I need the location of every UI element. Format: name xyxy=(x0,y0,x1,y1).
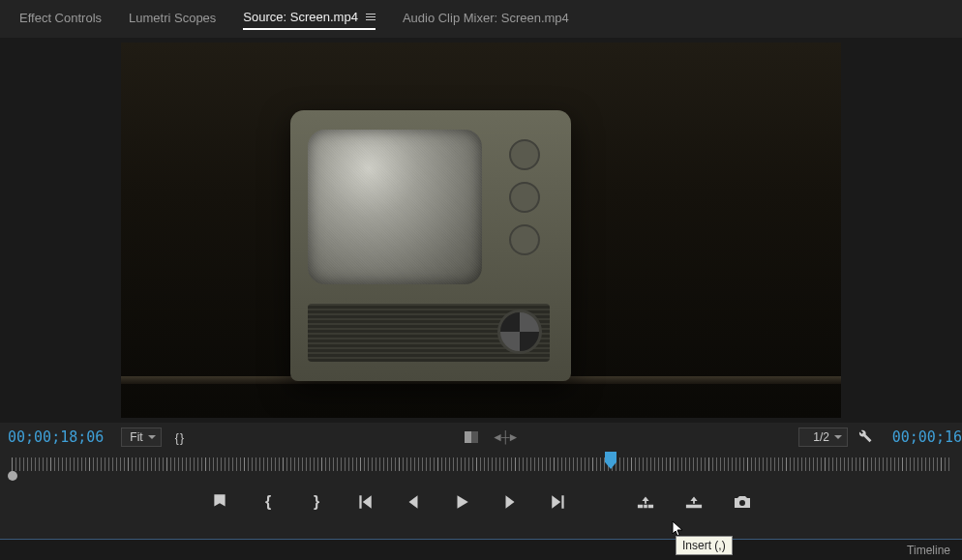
panel-menu-icon[interactable] xyxy=(366,14,376,20)
go-to-out-button[interactable] xyxy=(548,491,569,513)
go-to-in-button[interactable] xyxy=(354,491,376,513)
footer-timeline-label[interactable]: Timeline xyxy=(895,544,962,557)
scrollbar-handle-left[interactable] xyxy=(8,471,17,481)
monitor-control-bar: 00;00;18;06 Fit ◄┼► 1/2 00;00;16 xyxy=(0,423,962,452)
overwrite-button[interactable] xyxy=(683,491,705,513)
settings-wrench-icon[interactable] xyxy=(856,427,873,448)
resolution-select[interactable]: 1/2 xyxy=(798,427,848,447)
step-forward-button[interactable] xyxy=(499,491,521,513)
panel-tabs: Effect Controls Lumetri Scopes Source: S… xyxy=(0,0,962,38)
source-monitor-viewer xyxy=(0,38,962,423)
safe-margins-icon[interactable] xyxy=(175,430,191,444)
tab-effect-controls[interactable]: Effect Controls xyxy=(19,11,102,29)
time-ruler[interactable] xyxy=(0,452,962,481)
tab-source[interactable]: Source: Screen.mp4 xyxy=(243,10,376,30)
tab-lumetri-scopes[interactable]: Lumetri Scopes xyxy=(129,11,216,29)
drag-handles-icon[interactable]: ◄┼► xyxy=(492,430,517,444)
insert-button[interactable] xyxy=(635,491,656,513)
tab-audio-mixer[interactable]: Audio Clip Mixer: Screen.mp4 xyxy=(403,11,569,29)
tab-source-label: Source: Screen.mp4 xyxy=(243,10,358,24)
mark-in-button[interactable]: { xyxy=(257,491,279,513)
tv-graphic xyxy=(290,110,571,381)
export-frame-button[interactable] xyxy=(732,491,753,513)
tooltip-insert: Insert (,) xyxy=(676,536,733,555)
mark-out-button[interactable]: } xyxy=(306,491,327,513)
add-marker-button[interactable] xyxy=(209,491,230,513)
select-zoom-icon[interactable] xyxy=(465,431,478,443)
transport-controls: { } xyxy=(0,481,962,519)
zoom-fit-select[interactable]: Fit xyxy=(121,427,161,447)
step-back-button[interactable] xyxy=(403,491,424,513)
video-frame[interactable] xyxy=(121,43,841,418)
play-button[interactable] xyxy=(451,491,472,513)
timecode-duration[interactable]: 00;00;16 xyxy=(892,428,962,446)
footer-bar: Timeline xyxy=(0,539,962,560)
timecode-current[interactable]: 00;00;18;06 xyxy=(8,428,104,446)
